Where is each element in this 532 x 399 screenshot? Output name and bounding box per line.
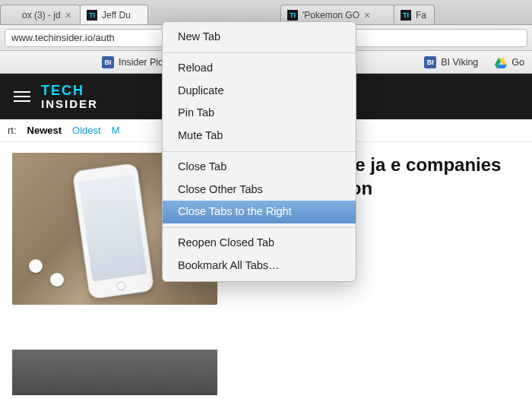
logo-line2: INSIDER [41, 97, 98, 110]
logo-line1: TECH [41, 83, 98, 99]
url-text: www.techinsider.io/auth [11, 32, 115, 43]
close-icon[interactable]: × [65, 10, 71, 21]
bi-icon: BI [424, 56, 436, 68]
tab-title: Fa [416, 10, 426, 21]
bookmark-google-drive[interactable]: Go [492, 54, 527, 71]
sort-more[interactable]: M [112, 125, 120, 136]
menu-new-tab[interactable]: New Tab [163, 26, 356, 49]
tab-title: 'Pokemon GO [302, 10, 359, 21]
tab-fa[interactable]: TI Fa [394, 5, 435, 24]
menu-duplicate[interactable]: Duplicate [163, 80, 356, 103]
menu-separator [163, 227, 356, 228]
close-icon[interactable]: × [364, 10, 370, 21]
sort-oldest[interactable]: Oldest [72, 125, 101, 136]
sort-label: rt: [8, 125, 17, 136]
bookmark-label: BI Viking [441, 57, 478, 68]
menu-reopen[interactable]: Reopen Closed Tab [163, 232, 356, 255]
gdrive-icon [495, 56, 507, 68]
hamburger-icon[interactable] [14, 91, 30, 102]
bi-icon: BI [102, 56, 114, 68]
menu-close-other[interactable]: Close Other Tabs [163, 179, 356, 201]
menu-reload[interactable]: Reload [163, 57, 356, 80]
favicon-icon [7, 10, 17, 21]
article-thumbnail-2[interactable] [12, 350, 217, 395]
tab-title: Jeff Du [102, 10, 131, 21]
sort-newest[interactable]: Newest [27, 125, 62, 136]
bookmark-bi-viking[interactable]: BI BI Viking [421, 54, 481, 71]
site-logo[interactable]: TECH INSIDER [41, 83, 98, 110]
tab-context-menu: New Tab Reload Duplicate Pin Tab Mute Ta… [162, 21, 356, 282]
menu-mute-tab[interactable]: Mute Tab [163, 125, 356, 147]
menu-separator [163, 52, 356, 53]
favicon-icon: TI [87, 10, 97, 21]
menu-separator [163, 151, 356, 152]
earbuds-icon [21, 244, 112, 305]
menu-bookmark-all[interactable]: Bookmark All Tabs… [163, 255, 356, 277]
favicon-icon: TI [401, 10, 411, 21]
tab-inbox[interactable]: ox (3) - jd × [0, 5, 81, 24]
menu-pin-tab[interactable]: Pin Tab [163, 102, 356, 125]
menu-close-tab[interactable]: Close Tab [163, 156, 356, 179]
bookmark-label: Go [511, 57, 524, 68]
tab-jeff[interactable]: TI Jeff Du [80, 5, 148, 24]
favicon-icon: TI [287, 10, 298, 21]
menu-close-right[interactable]: Close Tabs to the Right [163, 201, 356, 223]
tab-title: ox (3) - jd [22, 10, 61, 21]
